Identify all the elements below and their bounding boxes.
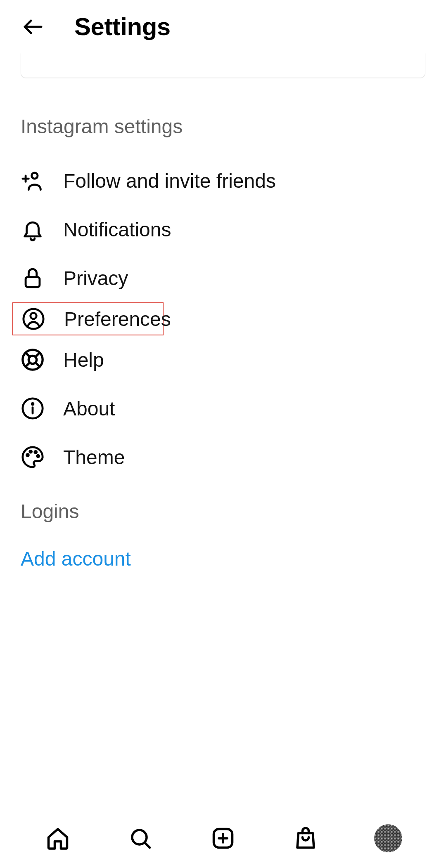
page-title: Settings <box>74 12 171 41</box>
svg-line-12 <box>36 353 40 357</box>
info-icon <box>21 396 45 420</box>
search-icon <box>128 826 153 851</box>
lock-icon <box>21 266 45 290</box>
avatar <box>374 824 402 852</box>
svg-line-11 <box>26 363 30 367</box>
menu-label: Follow and invite friends <box>63 170 276 192</box>
nav-shop[interactable] <box>292 824 320 852</box>
menu-label: Notifications <box>63 218 171 241</box>
arrow-left-icon <box>21 14 45 39</box>
menu-item-preferences[interactable]: Preferences <box>13 303 163 335</box>
svg-point-15 <box>32 403 33 405</box>
svg-point-16 <box>27 454 29 456</box>
logins-header: Logins <box>0 500 446 523</box>
svg-point-6 <box>31 313 37 319</box>
menu-item-follow-invite[interactable]: Follow and invite friends <box>0 156 446 205</box>
plus-square-icon <box>211 826 235 851</box>
menu-label: Privacy <box>63 267 128 290</box>
bottom-nav <box>0 814 446 868</box>
back-button[interactable] <box>21 14 45 39</box>
palette-icon <box>21 445 45 469</box>
svg-point-19 <box>37 455 39 457</box>
nav-create[interactable] <box>209 824 237 852</box>
menu-item-privacy[interactable]: Privacy <box>0 254 446 302</box>
svg-point-18 <box>35 451 37 453</box>
add-person-icon <box>21 169 45 193</box>
bell-icon <box>21 217 45 241</box>
lifebuoy-icon <box>21 348 45 372</box>
home-icon <box>45 826 70 851</box>
section-header: Instagram settings <box>0 115 446 138</box>
menu-item-help[interactable]: Help <box>0 335 446 384</box>
menu-label: Preferences <box>64 308 171 330</box>
nav-home[interactable] <box>44 824 72 852</box>
add-account-link[interactable]: Add account <box>0 547 446 570</box>
header: Settings <box>0 0 446 53</box>
nav-profile[interactable] <box>374 824 402 852</box>
svg-line-10 <box>36 363 40 367</box>
person-circle-icon <box>21 307 45 331</box>
menu-label: Help <box>63 349 104 371</box>
menu-label: Theme <box>63 446 125 469</box>
nav-search[interactable] <box>126 824 154 852</box>
svg-line-21 <box>145 842 150 848</box>
shopping-bag-icon <box>293 826 318 851</box>
menu-item-theme[interactable]: Theme <box>0 433 446 481</box>
menu-item-about[interactable]: About <box>0 384 446 433</box>
menu-label: About <box>63 397 115 420</box>
svg-point-1 <box>32 173 38 179</box>
svg-point-17 <box>30 451 32 453</box>
svg-rect-4 <box>26 277 40 287</box>
highlight-box: Preferences <box>12 302 164 335</box>
svg-line-9 <box>26 353 30 357</box>
menu-item-notifications[interactable]: Notifications <box>0 205 446 254</box>
card-edge <box>21 53 425 78</box>
